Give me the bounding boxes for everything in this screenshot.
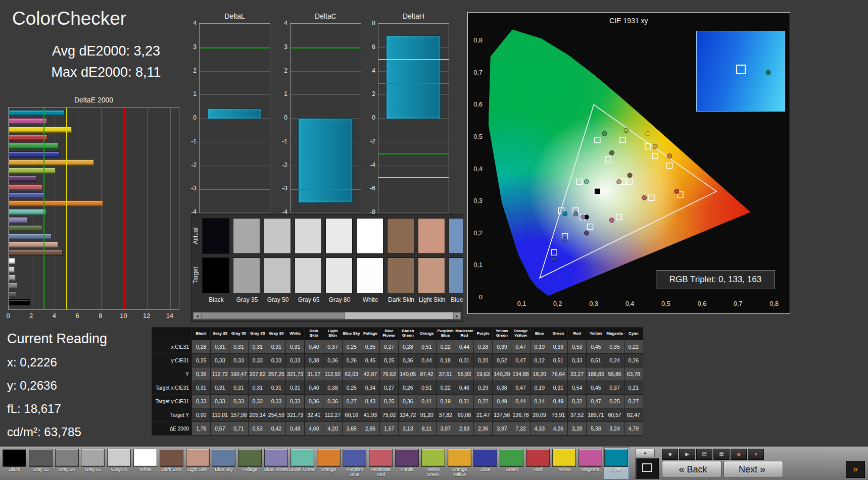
deltae-x-axis: 02468101214: [8, 312, 178, 321]
table-cell: 0,36: [323, 354, 342, 367]
fast-forward-button[interactable]: »: [846, 461, 865, 478]
patch-button-purplish-blue[interactable]: Purplish Blue: [342, 448, 367, 479]
play-button[interactable]: ▶: [679, 449, 695, 460]
patch-label: Gray 65: [79, 467, 106, 472]
y-tick-label: -3: [191, 185, 197, 192]
grid-button[interactable]: ▦: [713, 449, 730, 460]
patch-swatch: [395, 449, 419, 467]
back-button[interactable]: «Back: [662, 461, 721, 478]
swatch-scrollbar[interactable]: ◄ ►: [193, 312, 461, 319]
measured-point: [653, 144, 657, 149]
scrollbar-right-button[interactable]: ►: [453, 312, 461, 319]
actual-swatch: [418, 218, 445, 254]
table-cell: 7,32: [511, 422, 530, 436]
table-cell: 56,86: [605, 367, 624, 381]
x-tick-label: 0: [6, 312, 10, 319]
column-header: Orange Yellow: [511, 328, 530, 340]
table-cell: 2,86: [361, 422, 379, 436]
patch-button-green[interactable]: Green: [499, 448, 524, 479]
patch-swatch: [317, 449, 341, 467]
patch-button-white[interactable]: White: [133, 448, 158, 479]
scrollbar-thumb[interactable]: [201, 312, 345, 319]
current-target-marker: [594, 188, 601, 195]
measured-point: [609, 218, 614, 223]
table-cell: 3,07: [436, 422, 455, 436]
deltae-bar: [9, 242, 58, 248]
current-reading-title: Current Reading: [7, 331, 107, 347]
gridline: [200, 212, 270, 213]
gridline: [291, 24, 361, 24]
patch-button-yellow[interactable]: Yellow: [552, 448, 576, 479]
table-cell: 0,27: [380, 381, 399, 395]
table-cell: 0,37: [605, 381, 624, 395]
table-row: y:CIE310,250,330,330,330,330,330,380,360…: [152, 354, 643, 367]
measured-point: [642, 195, 647, 200]
stop-button[interactable]: ■: [662, 449, 678, 460]
next-button[interactable]: Next»: [724, 461, 783, 478]
table-cell: 1,57: [380, 422, 399, 436]
collapse-button[interactable]: ▲: [636, 449, 655, 457]
swatch-compare-panel: Actual Target BlackGray 35Gray 50Gray 65…: [191, 214, 463, 322]
back-button-label: Back: [687, 464, 707, 474]
deltah-title: DeltaH: [378, 12, 449, 20]
patch-button-orange-yellow[interactable]: Orange Yellow: [447, 448, 472, 479]
table-cell: 0,31: [248, 340, 267, 354]
table-cell: 136,78: [511, 408, 530, 422]
table-cell: 0,52: [493, 354, 511, 367]
swatch-label: Gray 50: [264, 296, 292, 303]
patch-button-purple[interactable]: Purple: [395, 448, 419, 479]
patch-button-gray-65[interactable]: Gray 65: [80, 448, 105, 479]
table-cell: 0,19: [530, 381, 549, 395]
deltae-bar: [9, 168, 56, 174]
table-cell: 0,51: [549, 354, 567, 367]
y-tick-label: 3: [193, 43, 197, 50]
measured-point: [628, 173, 632, 178]
table-cell: 0,33: [248, 354, 267, 367]
patch-button-gray-80[interactable]: Gray 80: [107, 448, 131, 479]
table-cell: 0,54: [568, 381, 587, 395]
table-cell: 0,31: [455, 354, 473, 367]
patch-button-yellow-green[interactable]: Yellow Green: [421, 448, 446, 479]
patch-button-light-skin[interactable]: Light Skin: [185, 448, 210, 479]
patch-button-blue-sky[interactable]: Blue Sky: [211, 448, 236, 479]
pattern-window-button[interactable]: [636, 458, 659, 479]
table-cell: 31,27: [305, 367, 323, 381]
table-cell: 112,27: [323, 408, 342, 422]
marker-button[interactable]: ◆: [731, 449, 747, 460]
reference-line: [378, 59, 449, 60]
film-button[interactable]: ▤: [696, 449, 712, 460]
table-cell: 257,25: [267, 367, 285, 381]
patch-button-black[interactable]: Black: [2, 448, 27, 479]
deltae-bar: [9, 266, 15, 273]
scrollbar-left-button[interactable]: ◄: [194, 312, 201, 319]
patch-button-dark-skin[interactable]: Dark Skin: [159, 448, 184, 479]
patch-button-magenta[interactable]: Magenta: [578, 448, 603, 479]
patch-button-blue[interactable]: Blue: [473, 448, 498, 479]
patch-button-cyan[interactable]: Cyan: [604, 448, 629, 479]
patch-button-gray-50[interactable]: Gray 50: [55, 448, 79, 479]
swatch-label: Gray 35: [233, 296, 261, 303]
delta-bar: [386, 35, 441, 119]
patch-button-red[interactable]: Red: [525, 448, 550, 479]
table-cell: 37,52: [568, 408, 587, 422]
record-button[interactable]: ●: [748, 449, 764, 460]
patch-button-foliage[interactable]: Foliage: [237, 448, 262, 479]
axis-tick-label: 0,6: [698, 300, 706, 307]
actual-swatch: [233, 218, 260, 254]
patch-button-gray-35[interactable]: Gray 35: [28, 448, 53, 479]
table-row: Target y:CIE310,330,330,330,330,330,330,…: [152, 395, 643, 408]
table-cell: 0,33: [248, 395, 267, 408]
table-cell: 110,01: [211, 408, 229, 422]
back-chevron-icon: «: [676, 463, 687, 474]
table-cell: 0,27: [624, 395, 643, 408]
axis-tick-label: 0,2: [553, 300, 562, 307]
patch-button-moderate-red[interactable]: Moderate Red: [368, 448, 393, 479]
patch-button-orange[interactable]: Orange: [316, 448, 341, 479]
patch-button-bluish-green[interactable]: Bluish Green: [290, 448, 315, 479]
table-cell: 160,47: [229, 367, 248, 381]
swatch-label: Light Skin: [418, 296, 446, 303]
table-cell: 0,31: [267, 381, 285, 395]
table-cell: 0,45: [361, 354, 379, 367]
axis-tick-label: 0,4: [625, 300, 634, 307]
patch-button-blue-flower[interactable]: Blue Flower: [264, 448, 288, 479]
